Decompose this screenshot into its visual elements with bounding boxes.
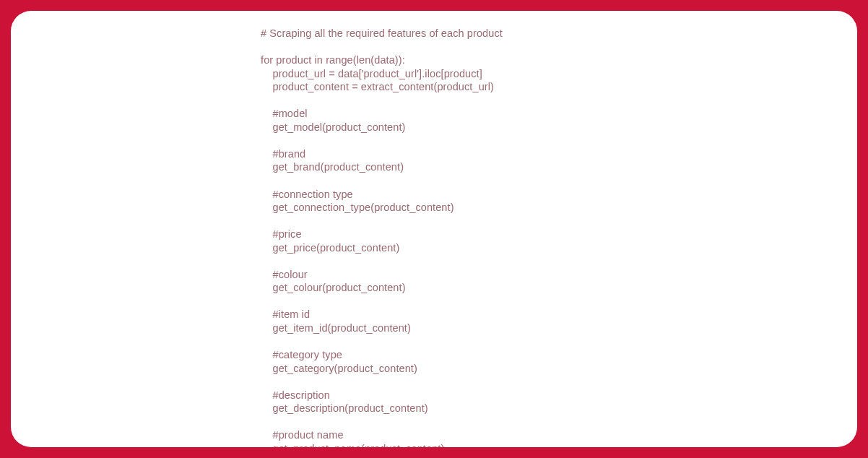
code-card: # Scraping all the required features of … bbox=[11, 11, 857, 447]
code-block: # Scraping all the required features of … bbox=[261, 27, 857, 447]
